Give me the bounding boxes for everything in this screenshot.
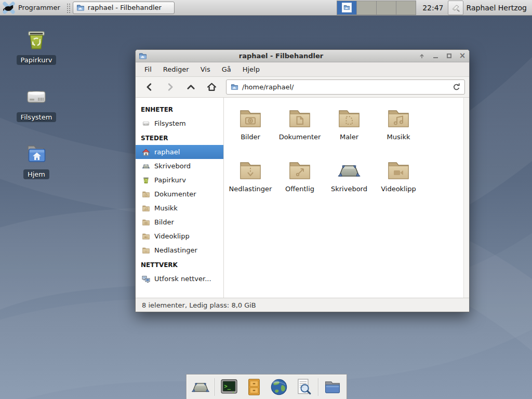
home-toolbar-icon [207, 82, 217, 92]
menu-fil[interactable]: Fil [139, 63, 157, 75]
scrollbar-track[interactable] [463, 98, 469, 298]
workspace-3[interactable] [377, 1, 396, 15]
desktop-icon-filsystem[interactable]: Filsystem [5, 85, 68, 122]
session-menu-button[interactable] [448, 1, 463, 15]
dock-file-manager-button[interactable] [322, 377, 343, 397]
desktop-icon-papirkurv[interactable]: Papirkurv [5, 28, 68, 65]
file-item-skrivebord[interactable]: Skrivebord [325, 158, 374, 193]
desktop-icon-hjem[interactable]: Hjem [5, 142, 68, 179]
sidebar-item-label: Dokumenter [154, 190, 196, 198]
dock-terminal-button[interactable] [218, 377, 240, 397]
workspace-2[interactable] [357, 1, 377, 15]
file-view[interactable]: Bilder Dokumenter Maler Musikk Nedlastin… [224, 98, 469, 298]
file-item-label: Videoklipp [381, 185, 416, 193]
menu-vis[interactable]: Vis [195, 63, 216, 75]
search-document-icon [294, 377, 314, 397]
sidebar-item-videoklipp[interactable]: Videoklipp [136, 229, 223, 243]
file-item-offentlig[interactable]: Offentlig [275, 158, 324, 193]
dock-web-browser-button[interactable] [268, 377, 290, 397]
titlebar[interactable]: raphael - Filbehandler × [136, 50, 469, 62]
desktop-icon [337, 158, 362, 183]
folder-music-icon [142, 204, 150, 212]
folder-videos-icon [386, 158, 411, 183]
close-icon: × [459, 52, 466, 60]
menu-ga[interactable]: Gå [216, 63, 237, 75]
sidebar-item-label: Papirkurv [154, 176, 186, 184]
dock-show-desktop-button[interactable] [190, 377, 211, 397]
file-item-musikk[interactable]: Musikk [374, 106, 423, 141]
sidebar-header-enheter: ENHETER [136, 102, 223, 116]
menu-hjelp[interactable]: Hjelp [237, 63, 265, 75]
clock[interactable]: 22:47 [422, 4, 443, 12]
window-controls: × [418, 52, 466, 60]
sidebar-item-utforsk-nettverk[interactable]: Utforsk nettver... [136, 272, 223, 286]
desktop-screen: Programmer raphael - Filbehandler 22:47 … [0, 0, 532, 399]
dock-search-button[interactable] [293, 377, 315, 397]
sidebar-item-label: Bilder [154, 218, 174, 226]
trash-icon [142, 176, 150, 184]
up-icon [187, 83, 195, 91]
menubar: Fil Rediger Vis Gå Hjelp [136, 62, 469, 77]
path-field[interactable]: /home/raphael/ [226, 79, 465, 95]
taskbar-window-label: raphael - Filbehandler [88, 4, 162, 11]
sidebar-item-papirkurv[interactable]: Papirkurv [136, 173, 223, 187]
back-icon [145, 83, 154, 91]
folder-music-icon [386, 106, 411, 131]
folder-documents-icon [287, 106, 312, 131]
folder-downloads-icon [142, 246, 150, 255]
desktop-icon [142, 162, 150, 170]
forward-button[interactable] [161, 79, 179, 95]
toolbar: /home/raphael/ [136, 77, 469, 98]
network-icon [142, 275, 150, 283]
up-button[interactable] [181, 79, 200, 95]
statusbar-text: 8 ielementer, Ledig plass: 8,0 GiB [142, 301, 256, 309]
folder-downloads-icon [238, 158, 263, 183]
terminal-icon [219, 377, 239, 397]
sidebar-item-label: Filsystem [154, 119, 186, 127]
sidebar-item-filsystem[interactable]: Filsystem [136, 116, 223, 130]
workspace-4[interactable] [396, 1, 416, 15]
sidebar-item-musikk[interactable]: Musikk [136, 201, 223, 215]
workspace-1[interactable] [337, 1, 357, 15]
file-item-label: Offentlig [285, 185, 314, 193]
file-item-maler[interactable]: Maler [325, 106, 374, 141]
sidebar-item-skrivebord[interactable]: Skrivebord [136, 159, 223, 173]
back-button[interactable] [140, 79, 158, 95]
forward-icon [166, 83, 175, 91]
home-icon [142, 148, 150, 156]
file-item-label: Maler [340, 133, 358, 141]
minimize-button[interactable] [432, 52, 439, 60]
menu-rediger[interactable]: Rediger [157, 63, 195, 75]
sidebar-item-label: Utforsk nettver... [154, 275, 211, 283]
sidebar-item-label: Musikk [154, 204, 178, 212]
shade-button[interactable] [418, 52, 425, 60]
file-item-dokumenter[interactable]: Dokumenter [275, 106, 324, 141]
sidebar-item-label: Nedlastinger [154, 246, 197, 254]
sidebar-item-dokumenter[interactable]: Dokumenter [136, 187, 223, 201]
home-button[interactable] [202, 79, 221, 95]
desktop-icon-label: Filsystem [17, 112, 57, 122]
maximize-button[interactable] [445, 52, 453, 60]
dock-file-cabinet-button[interactable] [243, 377, 265, 397]
sidebar-item-raphael[interactable]: raphael [136, 145, 223, 159]
tasklist-grip[interactable] [66, 3, 70, 13]
file-item-bilder[interactable]: Bilder [226, 106, 275, 141]
folder-videos-icon [142, 232, 150, 241]
sidebar-header-steder: STEDER [136, 130, 223, 145]
file-item-videoklipp[interactable]: Videoklipp [374, 158, 423, 193]
trash-icon [24, 28, 49, 52]
reload-icon[interactable] [453, 83, 460, 91]
applications-menu-button[interactable]: Programmer [0, 0, 64, 16]
user-name[interactable]: Raphael Hertzog [467, 4, 527, 12]
path-text[interactable]: /home/raphael/ [242, 83, 449, 91]
file-item-nedlastinger[interactable]: Nedlastinger [226, 158, 275, 193]
close-button[interactable]: × [459, 52, 466, 60]
workspace-window-thumb [342, 3, 352, 12]
window-icon [139, 52, 147, 60]
path-folder-icon [231, 83, 238, 91]
eraser-session-icon [450, 3, 461, 13]
taskbar-window-button[interactable]: raphael - Filbehandler [73, 2, 175, 14]
file-manager-window-icon [76, 4, 85, 12]
sidebar-item-nedlastinger[interactable]: Nedlastinger [136, 243, 223, 257]
sidebar-item-bilder[interactable]: Bilder [136, 215, 223, 229]
